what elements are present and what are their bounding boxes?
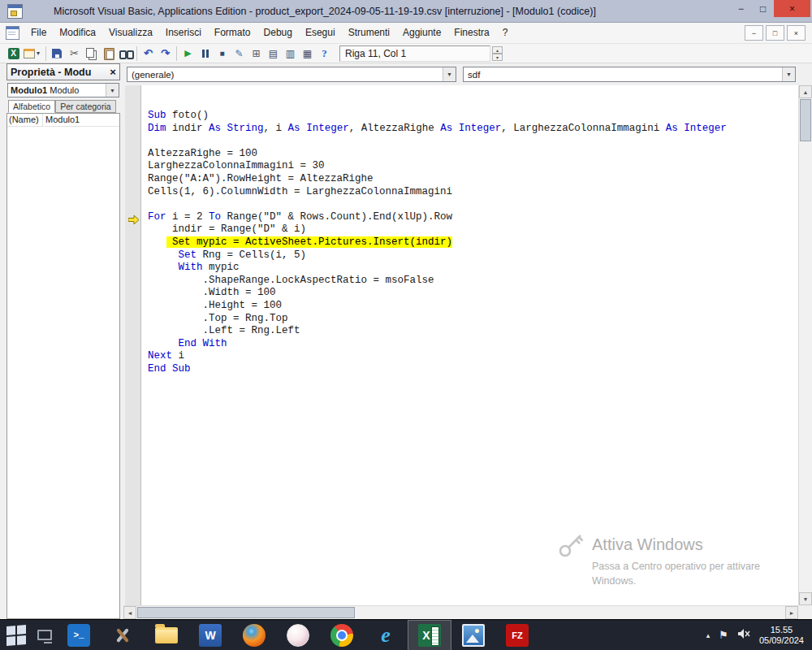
- show-hidden-icons-icon[interactable]: ▴: [706, 631, 710, 639]
- run-icon[interactable]: ▶: [179, 45, 197, 63]
- internet-explorer-icon: e: [374, 624, 397, 647]
- toolbar-spinner[interactable]: ▴ ▾: [492, 46, 503, 61]
- property-name: (Name): [7, 114, 43, 126]
- code-line: .Height = 100: [148, 300, 798, 313]
- taskbar-button-photo-viewer[interactable]: [451, 620, 495, 650]
- paste-icon[interactable]: [100, 45, 117, 63]
- child-minimize-button[interactable]: −: [745, 25, 763, 41]
- code-line: Dim indir As String, i As Integer, Altez…: [148, 123, 798, 136]
- child-close-button[interactable]: ×: [787, 25, 806, 41]
- menu-item-strumenti[interactable]: Strumenti: [342, 23, 396, 43]
- menu-item-esegui[interactable]: Esegui: [299, 23, 342, 43]
- close-button[interactable]: ×: [774, 0, 810, 17]
- chrome-icon: [330, 624, 353, 647]
- toolbox-icon[interactable]: ▦: [299, 45, 316, 63]
- vertical-scrollbar[interactable]: ▲ ▼: [798, 85, 812, 605]
- execution-point-arrow: [128, 215, 139, 224]
- maximize-button[interactable]: □: [752, 0, 774, 17]
- tab-alfabetico[interactable]: Alfabetico: [8, 100, 55, 113]
- action-center-flag-icon[interactable]: ⚑: [719, 629, 728, 641]
- properties-window-icon[interactable]: ▤: [265, 45, 282, 63]
- child-restore-button[interactable]: □: [766, 25, 784, 41]
- help-icon[interactable]: ?: [316, 45, 333, 63]
- menu-item-modifica[interactable]: Modifica: [53, 23, 102, 43]
- scroll-down-icon[interactable]: ▼: [799, 592, 812, 605]
- design-mode-icon[interactable]: ✎: [231, 45, 248, 63]
- reset-icon[interactable]: ■: [214, 45, 231, 63]
- tray-time: 15.55: [759, 625, 804, 635]
- undo-icon[interactable]: ↶: [140, 45, 157, 63]
- cut-icon[interactable]: ✂: [66, 45, 83, 63]
- taskbar-button-chrome[interactable]: [320, 620, 364, 650]
- taskbar-button-file-explorer[interactable]: [145, 620, 188, 650]
- scroll-right-icon[interactable]: ►: [785, 606, 798, 619]
- copy-icon[interactable]: [83, 45, 100, 63]
- taskbar-button-media-player[interactable]: [276, 620, 320, 650]
- dropdown-arrow-icon[interactable]: ▼: [443, 67, 456, 81]
- property-value[interactable]: Modulo1: [43, 114, 119, 126]
- margin-indicator-bar[interactable]: [125, 85, 141, 605]
- toolbar-separator: [43, 46, 49, 61]
- taskbar-icons: >_WeXFZ: [0, 620, 539, 650]
- menu-item-debug[interactable]: Debug: [257, 23, 299, 43]
- taskbar-button-powershell[interactable]: >_: [57, 620, 101, 650]
- scrollbar-thumb[interactable]: [800, 99, 811, 141]
- taskbar-button-excel[interactable]: X: [408, 620, 451, 650]
- code-window: (generale) ▼ sdf ▼ Sub foto()Dim indir A…: [123, 63, 812, 619]
- taskbar-button-internet-explorer[interactable]: e: [364, 620, 408, 650]
- menu-item-finestra[interactable]: Finestra: [447, 23, 495, 43]
- insert-userform-icon[interactable]: [22, 45, 43, 63]
- taskbar-button-firefox[interactable]: [232, 620, 276, 650]
- menu-item-visualizza[interactable]: Visualizza: [102, 23, 159, 43]
- firefox-icon: [243, 624, 266, 647]
- tab-per-categoria[interactable]: Per categoria: [55, 100, 115, 113]
- minimize-button[interactable]: −: [730, 0, 752, 17]
- dropdown-arrow-icon[interactable]: ▼: [106, 84, 119, 97]
- redo-icon[interactable]: ↷: [157, 45, 174, 63]
- taskbar-button-tools[interactable]: [101, 620, 145, 650]
- procedure-dropdown[interactable]: sdf ▼: [463, 67, 796, 82]
- menu-item-formato[interactable]: Formato: [208, 23, 257, 43]
- properties-panel: Proprietà - Modu × Modulo1 Modulo ▼ Alfa…: [6, 63, 120, 619]
- clock[interactable]: 15.55 05/09/2024: [759, 625, 804, 646]
- spin-down-icon[interactable]: ▾: [492, 54, 503, 61]
- menu-item-help[interactable]: ?: [496, 23, 515, 43]
- horizontal-scrollbar[interactable]: ◄ ►: [123, 605, 798, 619]
- code-line: End Sub: [148, 363, 798, 376]
- find-icon[interactable]: [117, 45, 134, 63]
- object-browser-icon[interactable]: ▥: [282, 45, 299, 63]
- code-line: .Top = Rng.Top: [148, 313, 798, 326]
- photo-viewer-icon: [462, 624, 485, 647]
- object-dropdown[interactable]: (generale) ▼: [127, 67, 456, 82]
- code-editor[interactable]: Sub foto()Dim indir As String, i As Inte…: [141, 85, 798, 605]
- spin-up-icon[interactable]: ▴: [492, 46, 503, 54]
- code-line: .Left = Rng.Left: [148, 325, 798, 338]
- excel-icon: X: [418, 624, 441, 647]
- taskbar-button-start[interactable]: [0, 620, 32, 650]
- taskbar-button-word[interactable]: W: [188, 620, 232, 650]
- child-window-controls: − □ ×: [742, 25, 806, 41]
- properties-close-icon[interactable]: ×: [106, 66, 119, 78]
- property-row[interactable]: (Name) Modulo1: [7, 114, 119, 127]
- scroll-left-icon[interactable]: ◄: [123, 606, 136, 619]
- window-controls: − □ ×: [730, 0, 812, 22]
- toolbar-separator: [174, 46, 179, 61]
- view-excel-icon[interactable]: X: [5, 45, 22, 63]
- menu-item-aggiunte[interactable]: Aggiunte: [396, 23, 447, 43]
- menu-item-file[interactable]: File: [24, 23, 53, 43]
- object-selector[interactable]: Modulo1 Modulo ▼: [7, 83, 119, 98]
- dropdown-arrow-icon[interactable]: ▼: [782, 67, 795, 81]
- code-line: Set Rng = Cells(i, 5): [148, 249, 798, 262]
- system-tray: ▴ ⚑ 15.55 05/09/2024: [706, 620, 812, 650]
- code-lines: Sub foto()Dim indir As String, i As Inte…: [148, 110, 798, 375]
- scroll-up-icon[interactable]: ▲: [799, 85, 812, 98]
- taskbar-button-filezilla[interactable]: FZ: [495, 620, 539, 650]
- save-icon[interactable]: [49, 45, 66, 63]
- project-explorer-icon[interactable]: ⊞: [248, 45, 265, 63]
- break-icon[interactable]: [197, 45, 214, 63]
- taskbar-button-desktop[interactable]: [32, 620, 57, 650]
- scrollbar-thumb[interactable]: [137, 607, 355, 618]
- menu-item-inserisci[interactable]: Inserisci: [159, 23, 208, 43]
- properties-header[interactable]: Proprietà - Modu ×: [6, 63, 120, 80]
- volume-muted-icon[interactable]: [737, 628, 750, 642]
